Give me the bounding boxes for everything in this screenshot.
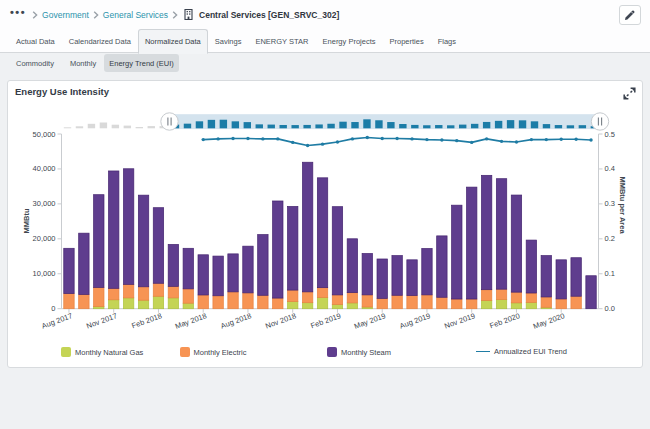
bar-segment-electric[interactable] — [332, 295, 342, 305]
tab-energy-projects[interactable]: Energy Projects — [316, 29, 383, 53]
bar-segment-electric[interactable] — [541, 297, 551, 307]
eui-trend-point[interactable] — [276, 137, 279, 140]
bar-segment-steam[interactable] — [123, 169, 133, 285]
bar-segment-steam[interactable] — [511, 195, 521, 292]
eui-trend-point[interactable] — [545, 138, 548, 141]
eui-trend-point[interactable] — [291, 141, 294, 144]
bar-segment-steam[interactable] — [317, 178, 327, 288]
bar-segment-electric[interactable] — [302, 292, 312, 303]
bar-segment-electric[interactable] — [407, 296, 417, 309]
bar-segment-electric[interactable] — [273, 298, 283, 309]
eui-trend-point[interactable] — [395, 137, 398, 140]
bar-segment-natural-gas[interactable] — [153, 296, 163, 308]
bar-segment-natural-gas[interactable] — [123, 298, 133, 309]
bar-segment-natural-gas[interactable] — [317, 297, 327, 308]
bar-segment-steam[interactable] — [541, 256, 551, 297]
bar-segment-steam[interactable] — [362, 253, 372, 294]
bar-segment-steam[interactable] — [183, 248, 193, 289]
bar-segment-steam[interactable] — [422, 248, 432, 294]
bar-segment-electric[interactable] — [153, 283, 163, 296]
eui-trend-point[interactable] — [321, 142, 324, 145]
bar-segment-electric[interactable] — [571, 296, 581, 308]
bar-segment-electric[interactable] — [198, 295, 208, 309]
bar-segment-steam[interactable] — [437, 236, 447, 297]
eui-trend-point[interactable] — [455, 139, 458, 142]
bar-segment-electric[interactable] — [123, 284, 133, 298]
bar-segment-steam[interactable] — [467, 187, 477, 299]
bar-segment-electric[interactable] — [317, 288, 327, 298]
eui-trend-point[interactable] — [306, 144, 309, 147]
bar-segment-steam[interactable] — [481, 175, 491, 289]
bar-segment-electric[interactable] — [79, 294, 89, 308]
bar-segment-electric[interactable] — [288, 290, 298, 301]
bar-segment-steam[interactable] — [288, 206, 298, 290]
eui-trend-point[interactable] — [425, 138, 428, 141]
bar-segment-steam[interactable] — [332, 207, 342, 295]
eui-trend-point[interactable] — [500, 140, 503, 143]
bar-segment-electric[interactable] — [511, 292, 521, 303]
bar-segment-electric[interactable] — [377, 298, 387, 308]
bar-segment-electric[interactable] — [213, 296, 223, 309]
tab-savings[interactable]: Savings — [208, 29, 249, 53]
bar-segment-electric[interactable] — [228, 292, 238, 309]
eui-trend-point[interactable] — [202, 138, 205, 141]
bar-segment-electric[interactable] — [362, 295, 372, 307]
bar-segment-steam[interactable] — [64, 248, 74, 293]
bar-segment-steam[interactable] — [526, 240, 536, 293]
bar-segment-steam[interactable] — [452, 205, 462, 299]
bar-segment-steam[interactable] — [377, 259, 387, 298]
eui-trend-point[interactable] — [366, 136, 369, 139]
bar-segment-natural-gas[interactable] — [288, 301, 298, 308]
subtab-energy-trend-eui-[interactable]: Energy Trend (EUI) — [104, 54, 179, 72]
tab-calendarized-data[interactable]: Calendarized Data — [62, 29, 138, 53]
bar-segment-electric[interactable] — [243, 293, 253, 309]
legend-item-monthly-steam[interactable]: Monthly Steam — [327, 347, 391, 357]
eui-trend-point[interactable] — [216, 137, 219, 140]
eui-trend-point[interactable] — [261, 137, 264, 140]
eui-trend-point[interactable] — [485, 137, 488, 140]
legend-item-monthly-electric[interactable]: Monthly Electric — [180, 347, 247, 357]
tab-properties[interactable]: Properties — [382, 29, 430, 53]
bar-segment-natural-gas[interactable] — [511, 303, 521, 309]
bar-segment-steam[interactable] — [79, 233, 89, 294]
bar-segment-steam[interactable] — [138, 195, 148, 287]
eui-trend-point[interactable] — [410, 137, 413, 140]
eui-trend-point[interactable] — [246, 137, 249, 140]
bar-segment-electric[interactable] — [94, 287, 104, 306]
bar-segment-steam[interactable] — [407, 260, 417, 296]
edit-button[interactable] — [619, 5, 641, 25]
bar-segment-natural-gas[interactable] — [332, 304, 342, 308]
bar-segment-natural-gas[interactable] — [481, 300, 491, 308]
bar-segment-steam[interactable] — [586, 276, 596, 309]
bar-segment-electric[interactable] — [347, 293, 357, 303]
bar-segment-electric[interactable] — [437, 297, 447, 308]
eui-trend-point[interactable] — [470, 141, 473, 144]
bar-segment-steam[interactable] — [556, 260, 566, 299]
navigator-handle-right[interactable] — [591, 113, 608, 130]
eui-trend-point[interactable] — [574, 138, 577, 141]
tab-normalized-data[interactable]: Normalized Data — [138, 29, 208, 54]
bar-segment-natural-gas[interactable] — [526, 302, 536, 308]
bar-segment-steam[interactable] — [168, 244, 178, 286]
bar-segment-electric[interactable] — [481, 290, 491, 301]
bar-segment-steam[interactable] — [109, 171, 119, 288]
legend-item-annualized-eui-trend[interactable]: Annualized EUI Trend — [476, 347, 567, 356]
bar-segment-steam[interactable] — [392, 256, 402, 296]
bar-segment-natural-gas[interactable] — [302, 303, 312, 309]
eui-trend-point[interactable] — [530, 138, 533, 141]
eui-trend-point[interactable] — [381, 137, 384, 140]
eui-trend-point[interactable] — [589, 138, 592, 141]
bar-segment-steam[interactable] — [571, 258, 581, 297]
bar-segment-steam[interactable] — [347, 239, 357, 293]
eui-trend-point[interactable] — [231, 137, 234, 140]
bar-segment-electric[interactable] — [556, 299, 566, 309]
breadcrumb-link-government[interactable]: Government — [42, 10, 89, 20]
bar-segment-natural-gas[interactable] — [168, 298, 178, 309]
bar-segment-natural-gas[interactable] — [347, 303, 357, 309]
eui-trend-point[interactable] — [515, 140, 518, 143]
eui-trend-point[interactable] — [560, 138, 563, 141]
breadcrumb-link-general-services[interactable]: General Services — [103, 10, 168, 20]
bar-segment-natural-gas[interactable] — [109, 300, 119, 309]
bar-segment-electric[interactable] — [496, 289, 506, 299]
bar-segment-steam[interactable] — [496, 179, 506, 289]
